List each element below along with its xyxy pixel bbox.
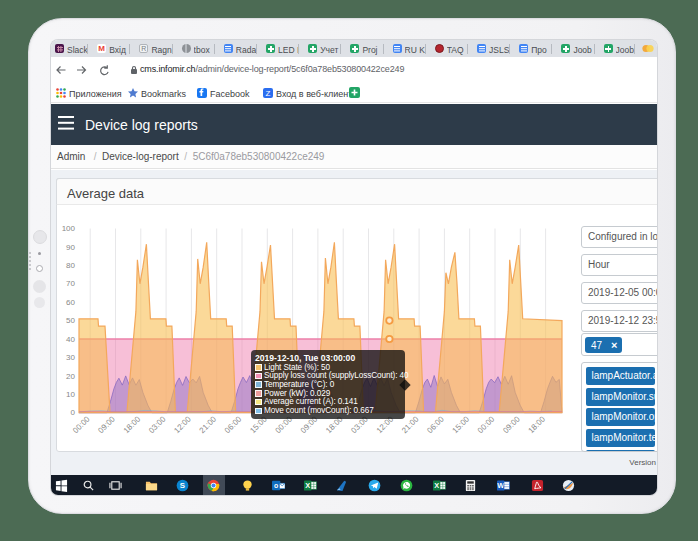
svg-text:03:00: 03:00 — [147, 414, 168, 435]
svg-text:09:00: 09:00 — [501, 414, 522, 435]
svg-text:X: X — [305, 481, 310, 490]
svg-text:60: 60 — [66, 298, 75, 307]
svg-text:Z: Z — [266, 89, 271, 98]
svg-text:30: 30 — [66, 353, 75, 362]
svg-text:10: 10 — [66, 390, 75, 399]
svg-text:o: o — [274, 482, 278, 489]
svg-text:00:00: 00:00 — [476, 414, 497, 435]
svg-text:18:00: 18:00 — [526, 414, 547, 435]
svg-text:X: X — [434, 481, 439, 490]
svg-text:70: 70 — [66, 279, 75, 288]
svg-text:W: W — [497, 481, 504, 490]
svg-text:20: 20 — [66, 372, 75, 381]
svg-text:0: 0 — [71, 408, 76, 417]
svg-text:50: 50 — [66, 316, 75, 325]
svg-text:S: S — [180, 481, 185, 490]
svg-text:09:00: 09:00 — [96, 414, 117, 435]
svg-text:40: 40 — [66, 335, 75, 344]
svg-text:100: 100 — [62, 224, 76, 233]
svg-text:90: 90 — [66, 243, 75, 252]
svg-text:21:00: 21:00 — [198, 414, 219, 435]
svg-text:80: 80 — [66, 261, 75, 270]
svg-text:18:00: 18:00 — [122, 414, 143, 435]
svg-text:06:00: 06:00 — [425, 414, 446, 435]
svg-text:12:00: 12:00 — [172, 414, 193, 435]
svg-text:15:00: 15:00 — [451, 414, 472, 435]
svg-text:06:00: 06:00 — [223, 414, 244, 435]
